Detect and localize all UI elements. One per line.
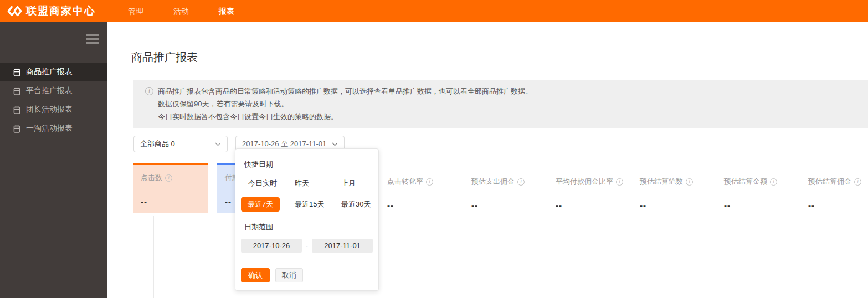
report-doc-icon (13, 68, 20, 76)
sidebar: 商品推广报表 平台推广报表 (0, 22, 107, 298)
quick-option-today-realtime[interactable]: 今日实时 (241, 176, 277, 191)
date-picker-popup: 快捷日期 今日实时 昨天 上月 最近7天 最近15天 最近30天 日期范围 20… (235, 148, 379, 291)
brand-title: 联盟商家中心 (26, 4, 96, 18)
metric-col-est-settle-count: 预估结算笔数 -- (638, 163, 722, 213)
date-range-inputs: 2017-10-26 - 2017-11-01 (241, 239, 373, 253)
chart-left-axis-line (153, 216, 154, 298)
metric-col-est-settle-commission: 预估结算佣金 -- (807, 163, 868, 213)
confirm-button[interactable]: 确认 (241, 268, 270, 282)
quick-option-last-month[interactable]: 上月 (334, 176, 356, 191)
report-doc-icon (13, 87, 20, 95)
metric-label: 点击数 (141, 173, 162, 183)
info-icon[interactable] (616, 178, 623, 186)
metric-avg-commission-rate[interactable]: 平均付款佣金比率 -- (554, 163, 638, 210)
sidebar-item-platform-report[interactable]: 平台推广报表 (0, 81, 107, 100)
product-select-value: 全部商品 0 (140, 139, 175, 149)
sidebar-item-label: 商品推广报表 (26, 67, 73, 77)
metric-col-click-cvr: 点击转化率 -- (386, 163, 470, 213)
metric-card-clicks[interactable]: 点击数 -- (133, 163, 208, 213)
start-date-input[interactable]: 2017-10-26 (241, 239, 302, 253)
info-icon[interactable] (165, 174, 172, 182)
notice-banner: 商品推广报表包含商品的日常策略和活动策略的推广数据，可以选择查看单品推广数据，也… (133, 80, 868, 128)
metric-value: -- (387, 201, 470, 210)
metric-col-clicks: 点击数 -- (133, 163, 217, 213)
date-range-label: 日期范围 (244, 222, 373, 232)
metric-label: 预估结算金额 (724, 177, 767, 187)
notice-line: 商品推广报表包含商品的日常策略和活动策略的推广数据，可以选择查看单品推广数据，也… (158, 85, 532, 97)
brand-logo[interactable]: 联盟商家中心 (7, 4, 96, 18)
top-header: 联盟商家中心 管理 活动 报表 (0, 0, 868, 22)
quick-option-yesterday[interactable]: 昨天 (287, 176, 309, 191)
quick-date-row-1: 今日实时 昨天 上月 (241, 176, 373, 191)
metric-label: 平均付款佣金比率 (556, 177, 613, 187)
sidebar-item-product-report[interactable]: 商品推广报表 (0, 63, 107, 81)
sidebar-item-leader-activity-report[interactable]: 团长活动报表 (0, 100, 107, 119)
alimama-infinity-icon (7, 4, 22, 18)
info-icon[interactable] (426, 178, 433, 186)
nav-item-manage[interactable]: 管理 (127, 0, 145, 22)
quick-date-label: 快捷日期 (244, 160, 373, 169)
metric-value: -- (724, 201, 807, 210)
cancel-button[interactable]: 取消 (275, 268, 303, 282)
quick-date-row-2: 最近7天 最近15天 最近30天 (241, 197, 373, 212)
sidebar-item-label: 团长活动报表 (26, 105, 73, 115)
popup-footer: 确认 取消 (241, 261, 373, 290)
info-icon[interactable] (854, 178, 861, 186)
metric-est-settle-count[interactable]: 预估结算笔数 -- (638, 163, 722, 210)
metric-value: -- (471, 201, 554, 210)
top-nav: 管理 活动 报表 (127, 0, 235, 22)
page-title: 商品推广报表 (107, 22, 868, 65)
metric-value: -- (556, 201, 638, 210)
quick-option-last-30-days[interactable]: 最近30天 (334, 197, 371, 212)
metric-col-est-spend-commission: 预估支出佣金 -- (470, 163, 554, 213)
sidebar-item-label: 一淘活动报表 (26, 124, 73, 133)
notice-line: 今日实时数据暂不包含今日设置今日生效的策略的数据。 (145, 110, 857, 123)
metric-label: 预估结算笔数 (640, 177, 683, 187)
sidebar-item-label: 平台推广报表 (26, 86, 73, 96)
chevron-down-icon (332, 142, 338, 146)
info-icon[interactable] (770, 178, 777, 186)
report-doc-icon (13, 106, 20, 114)
sidebar-item-etao-activity-report[interactable]: 一淘活动报表 (0, 119, 107, 138)
chevron-down-icon (215, 142, 221, 146)
metric-value: -- (808, 201, 868, 210)
quick-option-last-15-days[interactable]: 最近15天 (287, 197, 324, 212)
nav-item-report[interactable]: 报表 (218, 0, 235, 22)
date-range-separator: - (306, 242, 308, 250)
date-range-select-value: 2017-10-26 至 2017-11-01 (242, 139, 326, 149)
app-window: 联盟商家中心 管理 活动 报表 商品推广报表 (0, 0, 868, 298)
metric-label: 预估支出佣金 (471, 177, 515, 187)
info-icon (145, 87, 153, 95)
nav-item-activity[interactable]: 活动 (172, 0, 190, 22)
quick-option-last-7-days[interactable]: 最近7天 (241, 197, 280, 212)
notice-line: 数据仅保留90天，若有需要请及时下载。 (145, 97, 857, 110)
metric-click-cvr[interactable]: 点击转化率 -- (386, 163, 470, 210)
metric-est-settle-commission[interactable]: 预估结算佣金 -- (807, 163, 868, 210)
metric-col-avg-commission-rate: 平均付款佣金比率 -- (554, 163, 638, 213)
metric-est-settle-amount[interactable]: 预估结算金额 -- (722, 163, 807, 210)
product-select[interactable]: 全部商品 0 (133, 136, 228, 152)
sidebar-collapse-icon[interactable] (86, 34, 99, 44)
info-icon[interactable] (517, 178, 525, 186)
metric-est-spend-commission[interactable]: 预估支出佣金 -- (470, 163, 554, 210)
metric-value: -- (640, 201, 722, 210)
end-date-input[interactable]: 2017-11-01 (312, 239, 373, 253)
metric-label: 点击转化率 (387, 177, 423, 187)
main-content: 商品推广报表 商品推广报表包含商品的日常策略和活动策略的推广数据，可以选择查看单… (107, 22, 868, 298)
info-icon[interactable] (686, 178, 693, 186)
metric-label: 预估结算佣金 (808, 177, 851, 187)
metric-value: -- (141, 197, 208, 206)
report-doc-icon (13, 125, 20, 133)
metric-col-est-settle-amount: 预估结算金额 -- (722, 163, 807, 213)
